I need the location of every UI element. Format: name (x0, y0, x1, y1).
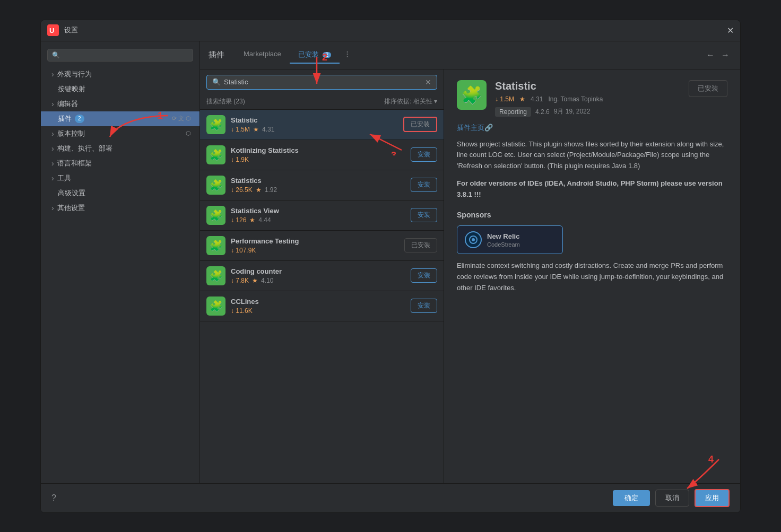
installed-badge: 2 (323, 52, 331, 58)
sort-selector[interactable]: 排序依据: 相关性 ▾ (384, 97, 437, 106)
detail-tags: Reporting 4.2.6 9月 19, 2022 (495, 107, 680, 117)
close-button[interactable]: ✕ (727, 25, 734, 36)
plugin-install-button-statistics[interactable]: 安装 (411, 178, 437, 192)
dialog-footer: ? 确定 取消 应用 (41, 483, 740, 512)
forward-arrow[interactable]: → (719, 49, 732, 61)
star-icon: ★ (249, 216, 255, 224)
plugin-name: Kotlinizing Statistics (231, 146, 411, 154)
detail-homepage[interactable]: 插件主页🔗 (457, 123, 727, 133)
plugin-name: Statistic (231, 116, 403, 124)
plugin-info-kotlinizing: Kotlinizing Statistics ↓ 1.9K (231, 146, 411, 163)
plugin-install-button-coding-counter[interactable]: 安装 (411, 268, 437, 283)
sidebar-item-build[interactable]: 构建、执行、部署 (41, 141, 199, 156)
more-options-button[interactable]: ⋮ (340, 47, 355, 64)
sidebar-item-lang[interactable]: 语言和框架 (41, 156, 199, 171)
star-icon: ★ (252, 277, 258, 284)
tab-installed[interactable]: 已安装 2 (290, 47, 340, 64)
detail-date: 9月 19, 2022 (554, 107, 591, 116)
plugin-item-statistics[interactable]: 🧩 Statistics ↓ 26.5K ★ 1.92 安装 (200, 170, 444, 200)
detail-warning: For older versions of IDEs (IDEA, Androi… (457, 178, 727, 200)
plugin-search-input[interactable] (224, 78, 422, 86)
plugin-meta: ↓ 11.6K (231, 307, 411, 315)
detail-name: Statistic (495, 80, 680, 92)
detail-tag-reporting: Reporting (495, 107, 531, 117)
plugin-icon-coding-counter: 🧩 (206, 266, 225, 285)
plugin-rating: 4.10 (261, 277, 273, 284)
plugin-meta: ↓ 1.9K (231, 156, 411, 163)
detail-rating: 4.31 (531, 95, 543, 103)
main-content: 插件 Marketplace 已安装 2 ⋮ ← → (200, 41, 740, 483)
homepage-link[interactable]: 插件主页🔗 (457, 123, 727, 133)
tab-bar: Marketplace 已安装 2 ⋮ (235, 47, 355, 64)
plugin-item-performance[interactable]: 🧩 Performance Testing ↓ 107.9K 已安装 (200, 231, 444, 261)
plugin-list: 🧩 Statistic ↓ 1.5M ★ 4.31 已安装 (200, 109, 444, 483)
sidebar-item-tools[interactable]: 工具 (41, 171, 199, 186)
sidebar-item-appearance[interactable]: 外观与行为 (41, 67, 199, 82)
plugin-info-statistic: Statistic ↓ 1.5M ★ 4.31 (231, 116, 403, 133)
star-icon: ★ (519, 95, 525, 103)
nav-arrows: ← → (704, 49, 732, 61)
plugin-item-coding-counter[interactable]: 🧩 Coding counter ↓ 7.8K ★ 4.10 安装 (200, 261, 444, 291)
plugin-meta: ↓ 126 ★ 4.44 (231, 216, 411, 224)
plugin-install-button-statistics-view[interactable]: 安装 (411, 208, 437, 222)
plugin-icon-statistic: 🧩 (206, 115, 225, 134)
plugin-search-box[interactable]: 🔍 ✕ (206, 75, 437, 90)
plugin-icon-statistics-view: 🧩 (206, 206, 225, 225)
search-clear-button[interactable]: ✕ (425, 78, 431, 86)
ok-button[interactable]: 确定 (613, 490, 650, 506)
detail-header: 🧩 Statistic ↓ 1.5M ★ 4.31 Ing. Tomas Top… (457, 80, 727, 117)
sidebar-item-vcs[interactable]: 版本控制 ⬡ (41, 126, 199, 141)
back-arrow[interactable]: ← (704, 49, 717, 61)
search-icon: 🔍 (212, 78, 221, 86)
plugin-downloads: ↓ 26.5K (231, 186, 253, 194)
plugin-rating: 4.44 (258, 216, 271, 224)
plugin-installed-button-performance[interactable]: 已安装 (404, 238, 437, 252)
search-icon: 🔍 (52, 51, 60, 59)
plugin-downloads: ↓ 1.9K (231, 156, 249, 163)
plugin-icon-cclines: 🧩 (206, 296, 225, 316)
plugin-install-button-kotlinizing[interactable]: 安装 (411, 147, 437, 162)
star-icon: ★ (256, 186, 262, 194)
plugin-install-button-cclines[interactable]: 安装 (411, 299, 437, 313)
plugins-icons: ⟳ 文 ⬡ (172, 115, 191, 123)
plugin-info-performance: Performance Testing ↓ 107.9K (231, 237, 404, 254)
plugin-item-cclines[interactable]: 🧩 CCLines ↓ 11.6K 安装 (200, 291, 444, 321)
detail-sponsors-title: Sponsors (457, 211, 727, 219)
apply-button[interactable]: 应用 (695, 489, 730, 507)
plugin-downloads: ↓ 126 (231, 216, 246, 224)
svg-point-3 (472, 238, 475, 241)
cancel-button[interactable]: 取消 (655, 490, 689, 507)
plugin-installed-button-statistic[interactable]: 已安装 (403, 117, 437, 132)
plugin-icon-statistics: 🧩 (206, 176, 225, 195)
sidebar-item-keymap[interactable]: 按键映射 (41, 82, 199, 97)
sidebar-item-editor[interactable]: 编辑器 (41, 97, 199, 111)
plugins-header: 插件 Marketplace 已安装 2 ⋮ ← → (200, 41, 740, 69)
detail-sponsor-desc: Eliminate context switching and costly d… (457, 260, 727, 293)
sidebar-search-input[interactable] (63, 51, 188, 59)
sidebar-search-box[interactable]: 🔍 (47, 49, 193, 62)
help-button[interactable]: ? (51, 493, 56, 503)
window-title: 设置 (64, 25, 78, 35)
plugin-item-statistics-view[interactable]: 🧩 Statistics View ↓ 126 ★ 4.44 安装 (200, 200, 444, 231)
detail-title-block: Statistic ↓ 1.5M ★ 4.31 Ing. Tomas Topin… (495, 80, 680, 117)
plugin-item-statistic[interactable]: 🧩 Statistic ↓ 1.5M ★ 4.31 已安装 (200, 110, 444, 140)
plugin-downloads: ↓ 1.5M (231, 126, 250, 133)
detail-author: Ing. Tomas Topinka (548, 95, 603, 103)
sidebar-item-other[interactable]: 其他设置 (41, 200, 199, 215)
plugin-item-kotlinizing[interactable]: 🧩 Kotlinizing Statistics ↓ 1.9K 安装 (200, 140, 444, 170)
detail-icon: 🧩 (457, 80, 487, 110)
sidebar-item-advanced[interactable]: 高级设置 (41, 186, 199, 200)
dialog-body: 🔍 外观与行为 按键映射 编辑器 插件 2 ⟳ 文 ⬡ 版本控制 ⬡ (41, 41, 740, 483)
plugin-meta: ↓ 1.5M ★ 4.31 (231, 126, 403, 133)
detail-panel: 🧩 Statistic ↓ 1.5M ★ 4.31 Ing. Tomas Top… (444, 69, 740, 483)
plugin-info-statistics-view: Statistics View ↓ 126 ★ 4.44 (231, 207, 411, 224)
detail-installed-button[interactable]: 已安装 (689, 80, 727, 97)
plugin-name: CCLines (231, 298, 411, 306)
detail-description: Shows project statistic. This plugin sho… (457, 139, 727, 172)
plugin-info-coding-counter: Coding counter ↓ 7.8K ★ 4.10 (231, 267, 411, 284)
plugin-name: Statistics (231, 177, 411, 185)
plugin-downloads: ↓ 107.9K (231, 247, 256, 254)
tab-marketplace[interactable]: Marketplace (235, 47, 290, 64)
sidebar-item-plugins[interactable]: 插件 2 ⟳ 文 ⬡ (41, 111, 199, 126)
sponsor-logo (465, 231, 482, 248)
